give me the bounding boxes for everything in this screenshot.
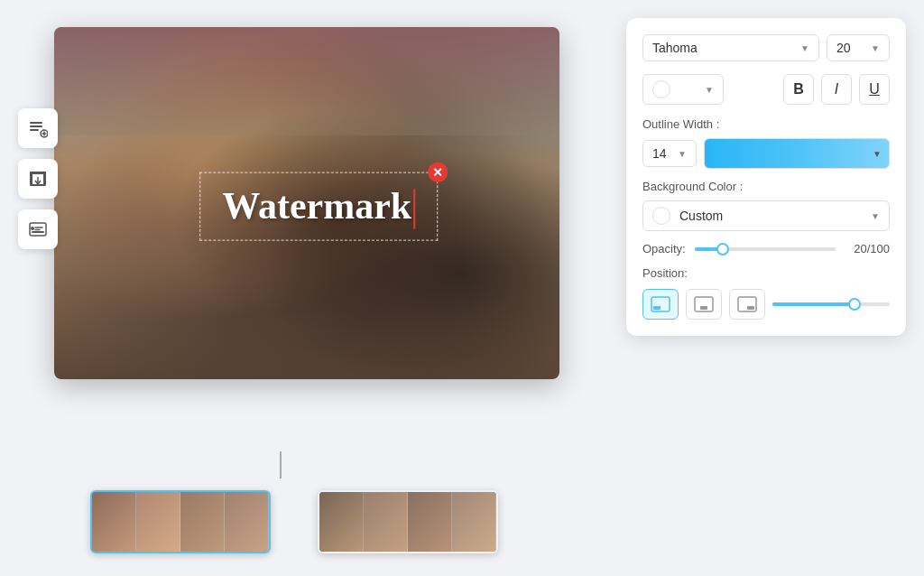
editor-area: ✕ Watermark	[54, 27, 596, 415]
custom-color-label: Custom	[652, 207, 723, 225]
svg-rect-10	[30, 184, 46, 186]
position-slider-track[interactable]	[772, 302, 890, 306]
background-section: Background Color : Custom ▼	[642, 180, 890, 231]
svg-point-13	[31, 227, 34, 230]
font-chevron-icon: ▼	[800, 43, 809, 53]
download-icon	[28, 169, 48, 189]
italic-button[interactable]: I	[821, 74, 852, 105]
outline-size-selector[interactable]: 14 ▼	[642, 140, 697, 167]
position-btn-bottom-center[interactable]	[686, 289, 722, 320]
subtitle-button[interactable]	[18, 209, 58, 249]
background-label: Background Color :	[642, 180, 890, 193]
opacity-slider-track[interactable]	[695, 247, 836, 251]
bg-color-selector[interactable]: Custom ▼	[642, 200, 890, 231]
left-toolbar	[18, 108, 58, 249]
position-section: Position:	[642, 266, 890, 320]
strip-frame-8	[452, 492, 496, 552]
main-container: ✕ Watermark	[0, 0, 924, 576]
text-color-selector[interactable]: ▼	[642, 74, 724, 105]
download-button[interactable]	[18, 159, 58, 199]
bg-color-circle	[652, 207, 670, 225]
position-label: Position:	[642, 266, 890, 280]
font-selector[interactable]: Tahoma ▼	[642, 34, 819, 61]
svg-rect-19	[747, 306, 754, 310]
watermark-close-btn[interactable]: ✕	[428, 163, 448, 182]
italic-label: I	[835, 81, 838, 98]
svg-rect-15	[653, 306, 661, 310]
svg-rect-0	[30, 122, 42, 124]
watermark-text: Watermark	[222, 184, 415, 229]
timeline-strip-2[interactable]	[318, 490, 498, 553]
pos-bottom-right-icon	[736, 295, 758, 313]
svg-rect-17	[700, 306, 707, 310]
outline-section: Outline Width : 14 ▼ ▼	[642, 117, 890, 169]
outline-color-chevron-icon: ▼	[873, 149, 882, 159]
strip-frame-6	[364, 492, 408, 552]
timeline-connector	[280, 451, 282, 478]
size-chevron-icon: ▼	[871, 43, 880, 53]
position-slider-fill	[772, 302, 855, 306]
underline-button[interactable]: U	[859, 74, 890, 105]
strip-frame-3	[180, 492, 225, 552]
bg-color-row: Custom ▼	[642, 200, 890, 231]
right-panel: Tahoma ▼ 20 ▼ ▼ B I U	[626, 18, 906, 336]
opacity-value: 20/100	[845, 242, 890, 255]
position-btn-bottom-left[interactable]	[642, 289, 679, 320]
font-name-label: Tahoma	[652, 41, 698, 55]
svg-rect-2	[30, 129, 39, 131]
timeline-strip-1[interactable]	[90, 490, 271, 553]
opacity-slider-thumb[interactable]	[716, 243, 729, 255]
bg-option-label: Custom	[679, 209, 723, 223]
bold-label: B	[793, 81, 804, 98]
color-chevron-icon: ▼	[705, 85, 714, 95]
pos-bottom-left-icon	[650, 295, 671, 313]
text-color-circle	[652, 80, 670, 98]
watermark-text-content: Watermark	[222, 185, 411, 227]
outline-row: 14 ▼ ▼	[642, 138, 890, 169]
add-text-button[interactable]	[18, 108, 58, 148]
outline-label: Outline Width :	[642, 117, 890, 131]
position-btn-bottom-right[interactable]	[729, 289, 765, 320]
strip-bg-2	[319, 492, 496, 552]
outline-color-btn[interactable]: ▼	[704, 138, 890, 169]
position-slider-thumb[interactable]	[848, 298, 861, 311]
text-cursor	[413, 190, 415, 229]
strip-frame-1	[92, 492, 136, 552]
strip-bg-1	[92, 492, 269, 552]
opacity-section: Opacity: 20/100	[642, 242, 890, 255]
opacity-row: Opacity: 20/100	[642, 242, 890, 255]
format-row: ▼ B I U	[642, 74, 890, 105]
svg-rect-12	[32, 231, 44, 233]
timeline	[90, 486, 559, 558]
add-text-icon	[28, 118, 48, 138]
watermark-box[interactable]: ✕ Watermark	[199, 172, 438, 241]
video-frame: ✕ Watermark	[54, 27, 559, 379]
svg-rect-1	[30, 125, 42, 127]
car-area	[54, 27, 559, 135]
strip-frame-4	[225, 492, 269, 552]
strip-frame-7	[408, 492, 452, 552]
bg-chevron-icon: ▼	[871, 211, 880, 221]
svg-rect-7	[30, 172, 32, 184]
font-size-selector[interactable]: 20 ▼	[827, 34, 890, 61]
underline-label: U	[869, 81, 880, 98]
outline-size-chevron: ▼	[678, 149, 687, 159]
svg-rect-8	[43, 172, 46, 184]
outline-size-label: 14	[652, 146, 667, 161]
strip-frame-2	[136, 492, 180, 552]
font-size-label: 20	[836, 41, 851, 55]
strip-frame-5	[319, 492, 364, 552]
opacity-label: Opacity:	[642, 242, 686, 255]
position-row	[642, 289, 890, 320]
subtitle-icon	[28, 219, 48, 239]
pos-bottom-center-icon	[693, 295, 715, 313]
bold-button[interactable]: B	[783, 74, 814, 105]
font-row: Tahoma ▼ 20 ▼	[642, 34, 890, 61]
